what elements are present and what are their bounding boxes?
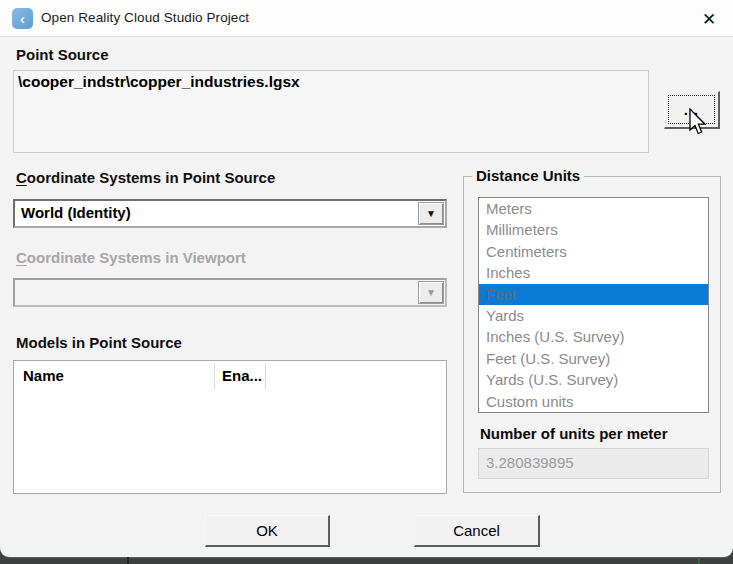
- cancel-button[interactable]: Cancel: [414, 515, 540, 547]
- unit-item-yards-us[interactable]: Yards (U.S. Survey): [479, 369, 708, 390]
- column-separator[interactable]: [214, 363, 215, 390]
- coord-viewport-label-accel: C: [16, 249, 27, 266]
- distance-units-list[interactable]: Meters Millimeters Centimeters Inches Fe…: [478, 197, 709, 413]
- coord-viewport-dropdown-button: ▼: [418, 281, 444, 304]
- coord-point-source-label-accel: C: [16, 169, 27, 186]
- browse-button[interactable]: ...: [664, 91, 720, 129]
- models-list-header: Name Ena...: [14, 361, 446, 392]
- unit-item-feet-selected[interactable]: Feet: [479, 284, 708, 305]
- unit-item-inches-us[interactable]: Inches (U.S. Survey): [479, 326, 708, 347]
- unit-item-millimeters[interactable]: Millimeters: [479, 219, 708, 240]
- coord-point-source-dropdown-button[interactable]: ▼: [418, 202, 444, 225]
- titlebar: ‹ Open Reality Cloud Studio Project ✕: [0, 0, 733, 37]
- models-column-enabled[interactable]: Ena...: [222, 367, 262, 384]
- unit-item-yards[interactable]: Yards: [479, 305, 708, 326]
- point-source-label: Point Source: [16, 46, 109, 63]
- point-source-path: \cooper_indstr\copper_industries.lgsx: [18, 73, 300, 90]
- models-label: Models in Point Source: [16, 334, 182, 351]
- unit-item-meters[interactable]: Meters: [479, 198, 708, 219]
- unit-item-centimeters[interactable]: Centimeters: [479, 241, 708, 262]
- back-chevron-icon: ‹: [20, 11, 25, 26]
- models-column-name[interactable]: Name: [23, 367, 64, 384]
- point-source-path-box[interactable]: \cooper_indstr\copper_industries.lgsx: [13, 70, 649, 153]
- units-per-meter-value: 3.280839895: [478, 448, 709, 479]
- background-artifact: [127, 557, 129, 564]
- dropdown-arrow-icon: ▼: [426, 209, 436, 219]
- focus-rectangle: [668, 95, 715, 124]
- ok-button-label: OK: [256, 522, 278, 539]
- coord-point-source-combobox[interactable]: World (Identity) ▼: [13, 199, 447, 228]
- cancel-button-label: Cancel: [453, 522, 500, 539]
- coord-viewport-combobox: ▼: [13, 278, 447, 307]
- coord-point-source-label-rest: oordinate Systems in Point Source: [27, 169, 275, 186]
- dialog-open-project: ‹ Open Reality Cloud Studio Project ✕ Po…: [0, 0, 733, 557]
- coord-point-source-value: World (Identity): [21, 204, 131, 221]
- unit-item-feet-us[interactable]: Feet (U.S. Survey): [479, 348, 708, 369]
- dropdown-arrow-icon: ▼: [426, 288, 436, 298]
- coord-viewport-label-rest: oordinate Systems in Viewport: [27, 249, 246, 266]
- column-separator[interactable]: [265, 363, 266, 390]
- distance-units-group: Distance Units Meters Millimeters Centim…: [463, 176, 721, 493]
- distance-units-label: Distance Units: [472, 167, 584, 184]
- close-icon[interactable]: ✕: [695, 5, 723, 33]
- models-list[interactable]: Name Ena...: [13, 360, 447, 494]
- ok-button[interactable]: OK: [205, 515, 330, 547]
- app-icon: ‹: [12, 8, 33, 29]
- unit-item-custom[interactable]: Custom units: [479, 391, 708, 412]
- window-title: Open Reality Cloud Studio Project: [41, 10, 249, 25]
- background-artifact: [698, 557, 700, 564]
- coord-point-source-label: Coordinate Systems in Point Source: [16, 169, 275, 186]
- coord-viewport-label: Coordinate Systems in Viewport: [16, 249, 246, 266]
- units-per-meter-label: Number of units per meter: [480, 425, 668, 442]
- unit-item-inches[interactable]: Inches: [479, 262, 708, 283]
